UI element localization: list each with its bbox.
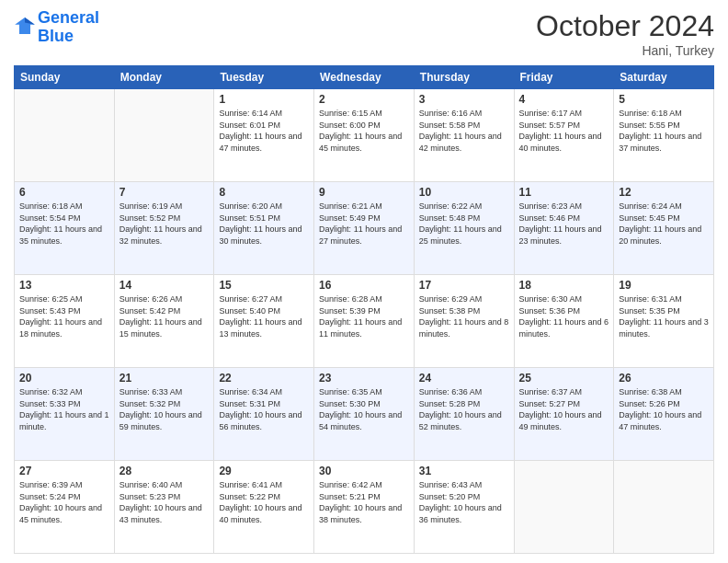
calendar-cell: 27Sunrise: 6:39 AMSunset: 5:24 PMDayligh… [15,461,115,554]
calendar-week-5: 27Sunrise: 6:39 AMSunset: 5:24 PMDayligh… [15,461,714,554]
day-number: 11 [519,186,609,199]
day-number: 10 [419,186,509,199]
calendar-cell: 10Sunrise: 6:22 AMSunset: 5:48 PMDayligh… [414,182,514,275]
cell-sun-info: Sunrise: 6:18 AMSunset: 5:55 PMDaylight:… [619,108,709,154]
calendar-week-1: 1Sunrise: 6:14 AMSunset: 6:01 PMDaylight… [15,89,714,182]
cell-sun-info: Sunrise: 6:17 AMSunset: 5:57 PMDaylight:… [519,108,609,154]
day-number: 25 [519,372,609,385]
month-title: October 2024 [536,9,714,43]
col-header-friday: Friday [514,66,614,89]
day-number: 23 [319,372,409,385]
cell-sun-info: Sunrise: 6:33 AMSunset: 5:32 PMDaylight:… [119,386,210,432]
cell-sun-info: Sunrise: 6:36 AMSunset: 5:28 PMDaylight:… [419,386,509,432]
calendar-week-4: 20Sunrise: 6:32 AMSunset: 5:33 PMDayligh… [15,368,714,461]
day-number: 26 [619,372,709,385]
day-number: 19 [619,279,709,292]
calendar-week-2: 6Sunrise: 6:18 AMSunset: 5:54 PMDaylight… [15,182,714,275]
cell-sun-info: Sunrise: 6:21 AMSunset: 5:49 PMDaylight:… [319,201,409,247]
title-block: October 2024 Hani, Turkey [536,9,714,58]
day-number: 21 [119,372,210,385]
day-number: 20 [19,372,109,385]
calendar-cell: 29Sunrise: 6:41 AMSunset: 5:22 PMDayligh… [214,461,314,554]
calendar-cell: 25Sunrise: 6:37 AMSunset: 5:27 PMDayligh… [514,368,614,461]
day-number: 27 [19,465,109,477]
col-header-sunday: Sunday [15,66,115,89]
calendar-header-row: SundayMondayTuesdayWednesdayThursdayFrid… [15,66,714,89]
calendar-week-3: 13Sunrise: 6:25 AMSunset: 5:43 PMDayligh… [15,275,714,368]
day-number: 8 [219,186,309,199]
cell-sun-info: Sunrise: 6:23 AMSunset: 5:46 PMDaylight:… [519,201,609,247]
cell-sun-info: Sunrise: 6:42 AMSunset: 5:21 PMDaylight:… [319,479,409,525]
calendar-cell: 14Sunrise: 6:26 AMSunset: 5:42 PMDayligh… [114,275,214,368]
calendar-cell: 9Sunrise: 6:21 AMSunset: 5:49 PMDaylight… [314,182,415,275]
cell-sun-info: Sunrise: 6:27 AMSunset: 5:40 PMDaylight:… [219,293,309,339]
cell-sun-info: Sunrise: 6:39 AMSunset: 5:24 PMDaylight:… [19,479,109,525]
calendar-cell: 11Sunrise: 6:23 AMSunset: 5:46 PMDayligh… [514,182,614,275]
calendar-cell: 2Sunrise: 6:15 AMSunset: 6:00 PMDaylight… [314,89,415,182]
calendar-cell [114,89,214,182]
calendar-cell: 12Sunrise: 6:24 AMSunset: 5:45 PMDayligh… [614,182,714,275]
cell-sun-info: Sunrise: 6:15 AMSunset: 6:00 PMDaylight:… [319,108,409,154]
cell-sun-info: Sunrise: 6:24 AMSunset: 5:45 PMDaylight:… [619,201,709,247]
calendar-cell: 7Sunrise: 6:19 AMSunset: 5:52 PMDaylight… [114,182,214,275]
col-header-thursday: Thursday [414,66,514,89]
cell-sun-info: Sunrise: 6:22 AMSunset: 5:48 PMDaylight:… [419,201,509,247]
calendar-cell: 18Sunrise: 6:30 AMSunset: 5:36 PMDayligh… [514,275,614,368]
day-number: 12 [619,186,709,199]
calendar-cell: 6Sunrise: 6:18 AMSunset: 5:54 PMDaylight… [15,182,115,275]
day-number: 22 [219,372,309,385]
day-number: 13 [19,279,109,292]
day-number: 30 [319,465,409,477]
cell-sun-info: Sunrise: 6:20 AMSunset: 5:51 PMDaylight:… [219,201,309,247]
day-number: 7 [119,186,210,199]
calendar-cell: 31Sunrise: 6:43 AMSunset: 5:20 PMDayligh… [414,461,514,554]
calendar-cell: 17Sunrise: 6:29 AMSunset: 5:38 PMDayligh… [414,275,514,368]
cell-sun-info: Sunrise: 6:19 AMSunset: 5:52 PMDaylight:… [119,201,210,247]
cell-sun-info: Sunrise: 6:26 AMSunset: 5:42 PMDaylight:… [119,293,210,339]
cell-sun-info: Sunrise: 6:18 AMSunset: 5:54 PMDaylight:… [19,201,109,247]
page: General Blue October 2024 Hani, Turkey S… [0,0,728,563]
day-number: 5 [619,93,709,106]
calendar-cell: 30Sunrise: 6:42 AMSunset: 5:21 PMDayligh… [314,461,415,554]
calendar-cell: 1Sunrise: 6:14 AMSunset: 6:01 PMDaylight… [214,89,314,182]
cell-sun-info: Sunrise: 6:40 AMSunset: 5:23 PMDaylight:… [119,479,210,525]
cell-sun-info: Sunrise: 6:43 AMSunset: 5:20 PMDaylight:… [419,479,509,525]
day-number: 24 [419,372,509,385]
calendar-cell [514,461,614,554]
cell-sun-info: Sunrise: 6:14 AMSunset: 6:01 PMDaylight:… [219,108,309,154]
day-number: 3 [419,93,509,106]
cell-sun-info: Sunrise: 6:41 AMSunset: 5:22 PMDaylight:… [219,479,309,525]
calendar-cell: 20Sunrise: 6:32 AMSunset: 5:33 PMDayligh… [15,368,115,461]
calendar-cell: 8Sunrise: 6:20 AMSunset: 5:51 PMDaylight… [214,182,314,275]
day-number: 15 [219,279,309,292]
calendar-cell: 4Sunrise: 6:17 AMSunset: 5:57 PMDaylight… [514,89,614,182]
calendar-cell: 23Sunrise: 6:35 AMSunset: 5:30 PMDayligh… [314,368,415,461]
calendar-cell: 5Sunrise: 6:18 AMSunset: 5:55 PMDaylight… [614,89,714,182]
day-number: 29 [219,465,309,477]
cell-sun-info: Sunrise: 6:25 AMSunset: 5:43 PMDaylight:… [19,293,109,339]
cell-sun-info: Sunrise: 6:32 AMSunset: 5:33 PMDaylight:… [19,386,109,432]
calendar-cell [614,461,714,554]
cell-sun-info: Sunrise: 6:35 AMSunset: 5:30 PMDaylight:… [319,386,409,432]
day-number: 1 [219,93,309,106]
calendar-cell: 22Sunrise: 6:34 AMSunset: 5:31 PMDayligh… [214,368,314,461]
cell-sun-info: Sunrise: 6:28 AMSunset: 5:39 PMDaylight:… [319,293,409,339]
day-number: 6 [19,186,109,199]
logo-bird-icon [14,15,36,37]
calendar-cell: 3Sunrise: 6:16 AMSunset: 5:58 PMDaylight… [414,89,514,182]
location: Hani, Turkey [536,43,714,58]
day-number: 4 [519,93,609,106]
calendar-cell: 19Sunrise: 6:31 AMSunset: 5:35 PMDayligh… [614,275,714,368]
day-number: 18 [519,279,609,292]
calendar-cell: 21Sunrise: 6:33 AMSunset: 5:32 PMDayligh… [114,368,214,461]
day-number: 17 [419,279,509,292]
day-number: 31 [419,465,509,477]
calendar-cell: 16Sunrise: 6:28 AMSunset: 5:39 PMDayligh… [314,275,415,368]
col-header-wednesday: Wednesday [314,66,415,89]
cell-sun-info: Sunrise: 6:38 AMSunset: 5:26 PMDaylight:… [619,386,709,432]
cell-sun-info: Sunrise: 6:29 AMSunset: 5:38 PMDaylight:… [419,293,509,339]
col-header-tuesday: Tuesday [214,66,314,89]
logo: General Blue [14,9,99,46]
cell-sun-info: Sunrise: 6:31 AMSunset: 5:35 PMDaylight:… [619,293,709,339]
day-number: 2 [319,93,409,106]
